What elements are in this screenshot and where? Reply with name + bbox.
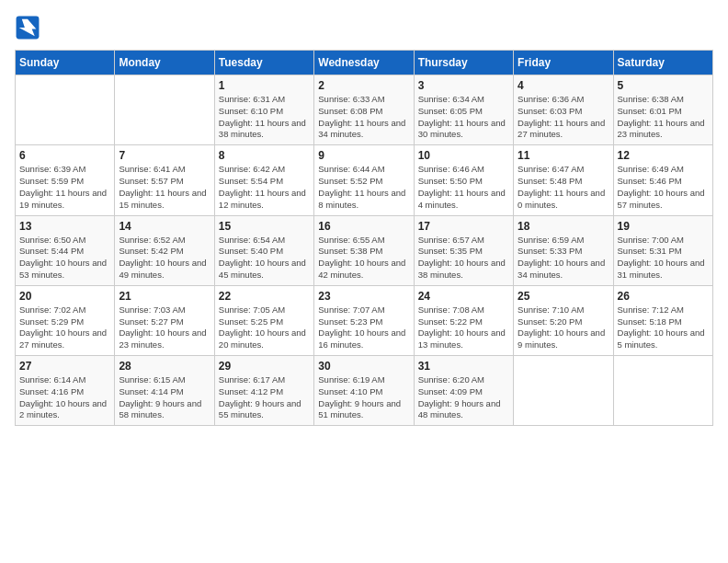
- cell-info: Sunrise: 6:52 AM Sunset: 5:42 PM Dayligh…: [119, 235, 210, 282]
- cell-date: 5: [618, 79, 709, 92]
- cell-info: Sunrise: 6:15 AM Sunset: 4:14 PM Dayligh…: [119, 374, 210, 421]
- calendar-cell: 21Sunrise: 7:03 AM Sunset: 5:27 PM Dayli…: [115, 285, 214, 355]
- cell-info: Sunrise: 7:10 AM Sunset: 5:20 PM Dayligh…: [518, 304, 609, 351]
- cell-info: Sunrise: 6:59 AM Sunset: 5:33 PM Dayligh…: [518, 235, 609, 282]
- cell-info: Sunrise: 6:39 AM Sunset: 5:59 PM Dayligh…: [19, 164, 110, 211]
- cell-info: Sunrise: 7:03 AM Sunset: 5:27 PM Dayligh…: [119, 304, 210, 351]
- cell-info: Sunrise: 6:55 AM Sunset: 5:38 PM Dayligh…: [318, 235, 409, 282]
- cell-date: 10: [418, 149, 509, 162]
- cell-info: Sunrise: 7:12 AM Sunset: 5:18 PM Dayligh…: [618, 304, 709, 351]
- cell-info: Sunrise: 6:33 AM Sunset: 6:08 PM Dayligh…: [318, 94, 409, 141]
- cell-info: Sunrise: 6:41 AM Sunset: 5:57 PM Dayligh…: [119, 164, 210, 211]
- calendar-cell: 30Sunrise: 6:19 AM Sunset: 4:10 PM Dayli…: [314, 356, 414, 426]
- cell-info: Sunrise: 6:34 AM Sunset: 6:05 PM Dayligh…: [418, 94, 509, 141]
- calendar-cell: 8Sunrise: 6:42 AM Sunset: 5:54 PM Daylig…: [214, 145, 313, 215]
- cell-info: Sunrise: 6:46 AM Sunset: 5:50 PM Dayligh…: [418, 164, 509, 211]
- calendar-cell: 15Sunrise: 6:54 AM Sunset: 5:40 PM Dayli…: [214, 215, 313, 285]
- cell-date: 24: [418, 290, 509, 303]
- cell-info: Sunrise: 6:20 AM Sunset: 4:09 PM Dayligh…: [418, 374, 509, 421]
- logo: [15, 15, 44, 40]
- cell-date: 1: [219, 79, 310, 92]
- cell-date: 28: [119, 360, 210, 373]
- calendar-cell: 11Sunrise: 6:47 AM Sunset: 5:48 PM Dayli…: [514, 145, 613, 215]
- cell-info: Sunrise: 6:14 AM Sunset: 4:16 PM Dayligh…: [19, 374, 110, 421]
- cell-date: 9: [318, 149, 409, 162]
- calendar-cell: 27Sunrise: 6:14 AM Sunset: 4:16 PM Dayli…: [16, 356, 115, 426]
- cell-info: Sunrise: 6:38 AM Sunset: 6:01 PM Dayligh…: [618, 94, 709, 141]
- cell-info: Sunrise: 6:49 AM Sunset: 5:46 PM Dayligh…: [618, 164, 709, 211]
- header-thursday: Thursday: [414, 51, 513, 75]
- cell-info: Sunrise: 6:54 AM Sunset: 5:40 PM Dayligh…: [219, 235, 310, 282]
- cell-date: 15: [219, 220, 310, 233]
- calendar-cell: 25Sunrise: 7:10 AM Sunset: 5:20 PM Dayli…: [514, 285, 613, 355]
- header-friday: Friday: [514, 51, 613, 75]
- week-row-2: 6Sunrise: 6:39 AM Sunset: 5:59 PM Daylig…: [16, 145, 713, 215]
- cell-date: 23: [318, 290, 409, 303]
- calendar-cell: 26Sunrise: 7:12 AM Sunset: 5:18 PM Dayli…: [613, 285, 712, 355]
- cell-info: Sunrise: 7:07 AM Sunset: 5:23 PM Dayligh…: [318, 304, 409, 351]
- cell-info: Sunrise: 7:05 AM Sunset: 5:25 PM Dayligh…: [219, 304, 310, 351]
- cell-date: 20: [19, 290, 110, 303]
- cell-info: Sunrise: 7:08 AM Sunset: 5:22 PM Dayligh…: [418, 304, 509, 351]
- header-monday: Monday: [115, 51, 214, 75]
- cell-date: 29: [219, 360, 310, 373]
- header-wednesday: Wednesday: [314, 51, 414, 75]
- calendar-cell: 4Sunrise: 6:36 AM Sunset: 6:03 PM Daylig…: [514, 75, 613, 145]
- header-sunday: Sunday: [16, 51, 115, 75]
- calendar-cell: 23Sunrise: 7:07 AM Sunset: 5:23 PM Dayli…: [314, 285, 414, 355]
- cell-date: 7: [119, 149, 210, 162]
- cell-info: Sunrise: 6:44 AM Sunset: 5:52 PM Dayligh…: [318, 164, 409, 211]
- calendar-table: SundayMondayTuesdayWednesdayThursdayFrid…: [15, 50, 713, 426]
- week-row-5: 27Sunrise: 6:14 AM Sunset: 4:16 PM Dayli…: [16, 356, 713, 426]
- cell-info: Sunrise: 7:00 AM Sunset: 5:31 PM Dayligh…: [618, 235, 709, 282]
- cell-info: Sunrise: 6:47 AM Sunset: 5:48 PM Dayligh…: [518, 164, 609, 211]
- cell-date: 2: [318, 79, 409, 92]
- calendar-cell: 19Sunrise: 7:00 AM Sunset: 5:31 PM Dayli…: [613, 215, 712, 285]
- calendar-cell: 5Sunrise: 6:38 AM Sunset: 6:01 PM Daylig…: [613, 75, 712, 145]
- cell-date: 6: [19, 149, 110, 162]
- calendar-cell: [613, 356, 712, 426]
- calendar-cell: [16, 75, 115, 145]
- cell-info: Sunrise: 6:17 AM Sunset: 4:12 PM Dayligh…: [219, 374, 310, 421]
- cell-date: 8: [219, 149, 310, 162]
- cell-date: 19: [618, 220, 709, 233]
- calendar-cell: 1Sunrise: 6:31 AM Sunset: 6:10 PM Daylig…: [214, 75, 313, 145]
- calendar-cell: 3Sunrise: 6:34 AM Sunset: 6:05 PM Daylig…: [414, 75, 513, 145]
- calendar-cell: [514, 356, 613, 426]
- calendar-cell: 22Sunrise: 7:05 AM Sunset: 5:25 PM Dayli…: [214, 285, 313, 355]
- calendar-cell: 10Sunrise: 6:46 AM Sunset: 5:50 PM Dayli…: [414, 145, 513, 215]
- cell-date: 18: [518, 220, 609, 233]
- cell-date: 31: [418, 360, 509, 373]
- cell-date: 11: [518, 149, 609, 162]
- cell-info: Sunrise: 6:50 AM Sunset: 5:44 PM Dayligh…: [19, 235, 110, 282]
- cell-info: Sunrise: 6:36 AM Sunset: 6:03 PM Dayligh…: [518, 94, 609, 141]
- calendar-cell: 18Sunrise: 6:59 AM Sunset: 5:33 PM Dayli…: [514, 215, 613, 285]
- calendar-cell: 16Sunrise: 6:55 AM Sunset: 5:38 PM Dayli…: [314, 215, 414, 285]
- cell-info: Sunrise: 6:42 AM Sunset: 5:54 PM Dayligh…: [219, 164, 310, 211]
- cell-info: Sunrise: 6:57 AM Sunset: 5:35 PM Dayligh…: [418, 235, 509, 282]
- cell-date: 21: [119, 290, 210, 303]
- calendar-cell: 6Sunrise: 6:39 AM Sunset: 5:59 PM Daylig…: [16, 145, 115, 215]
- calendar-cell: 7Sunrise: 6:41 AM Sunset: 5:57 PM Daylig…: [115, 145, 214, 215]
- calendar-cell: 20Sunrise: 7:02 AM Sunset: 5:29 PM Dayli…: [16, 285, 115, 355]
- week-row-4: 20Sunrise: 7:02 AM Sunset: 5:29 PM Dayli…: [16, 285, 713, 355]
- cell-date: 22: [219, 290, 310, 303]
- week-row-3: 13Sunrise: 6:50 AM Sunset: 5:44 PM Dayli…: [16, 215, 713, 285]
- cell-date: 26: [618, 290, 709, 303]
- calendar-cell: 9Sunrise: 6:44 AM Sunset: 5:52 PM Daylig…: [314, 145, 414, 215]
- calendar-cell: 2Sunrise: 6:33 AM Sunset: 6:08 PM Daylig…: [314, 75, 414, 145]
- cell-date: 17: [418, 220, 509, 233]
- calendar-cell: 24Sunrise: 7:08 AM Sunset: 5:22 PM Dayli…: [414, 285, 513, 355]
- week-row-1: 1Sunrise: 6:31 AM Sunset: 6:10 PM Daylig…: [16, 75, 713, 145]
- calendar-cell: 17Sunrise: 6:57 AM Sunset: 5:35 PM Dayli…: [414, 215, 513, 285]
- calendar-cell: 28Sunrise: 6:15 AM Sunset: 4:14 PM Dayli…: [115, 356, 214, 426]
- cell-info: Sunrise: 6:19 AM Sunset: 4:10 PM Dayligh…: [318, 374, 409, 421]
- header-tuesday: Tuesday: [214, 51, 313, 75]
- calendar-cell: 14Sunrise: 6:52 AM Sunset: 5:42 PM Dayli…: [115, 215, 214, 285]
- cell-date: 25: [518, 290, 609, 303]
- cell-date: 4: [518, 79, 609, 92]
- cell-date: 30: [318, 360, 409, 373]
- cell-date: 27: [19, 360, 110, 373]
- cell-date: 12: [618, 149, 709, 162]
- page-header: [15, 15, 713, 40]
